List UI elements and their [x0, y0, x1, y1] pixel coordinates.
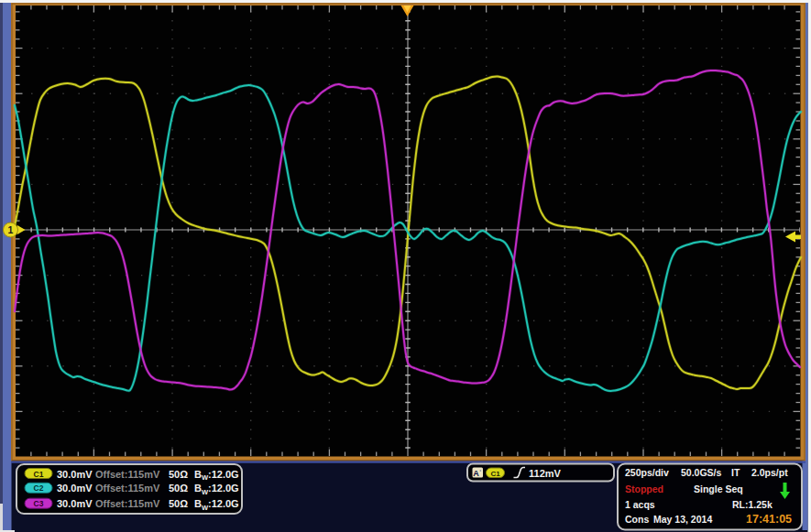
svg-text:C3: C3: [34, 499, 44, 508]
svg-text:1 acqs: 1 acqs: [625, 499, 655, 510]
svg-text:112mV: 112mV: [529, 468, 562, 479]
svg-text:IT: IT: [731, 467, 740, 478]
svg-text:Cons: Cons: [625, 514, 649, 525]
svg-text:May 13, 2014: May 13, 2014: [653, 514, 712, 525]
svg-text:50.0GS/s: 50.0GS/s: [681, 467, 722, 478]
svg-text:Offset:115mV: Offset:115mV: [95, 483, 160, 494]
svg-text:30.0mV: 30.0mV: [57, 483, 93, 494]
svg-text:C2: C2: [34, 483, 44, 493]
svg-text:17:41:05: 17:41:05: [746, 513, 792, 526]
svg-text:50Ω: 50Ω: [169, 469, 188, 480]
svg-text:Offset:115mV: Offset:115mV: [95, 498, 160, 509]
svg-text:50Ω: 50Ω: [169, 498, 188, 509]
svg-text:1: 1: [8, 224, 14, 235]
svg-text:Single Seq: Single Seq: [694, 483, 743, 494]
svg-text:RL:1.25k: RL:1.25k: [732, 499, 773, 510]
svg-text:C1: C1: [490, 470, 500, 478]
svg-text:30.0mV: 30.0mV: [57, 469, 93, 480]
svg-text:Stopped: Stopped: [625, 483, 663, 494]
svg-text:C1: C1: [34, 470, 44, 479]
svg-text:30.0mV: 30.0mV: [57, 498, 93, 509]
svg-text:Aʾ: Aʾ: [473, 469, 482, 478]
svg-text:Offset:115mV: Offset:115mV: [95, 469, 160, 480]
svg-text:2.0ps/pt: 2.0ps/pt: [751, 467, 788, 478]
svg-text:50Ω: 50Ω: [169, 483, 188, 494]
svg-text:250ps/div: 250ps/div: [625, 467, 669, 478]
